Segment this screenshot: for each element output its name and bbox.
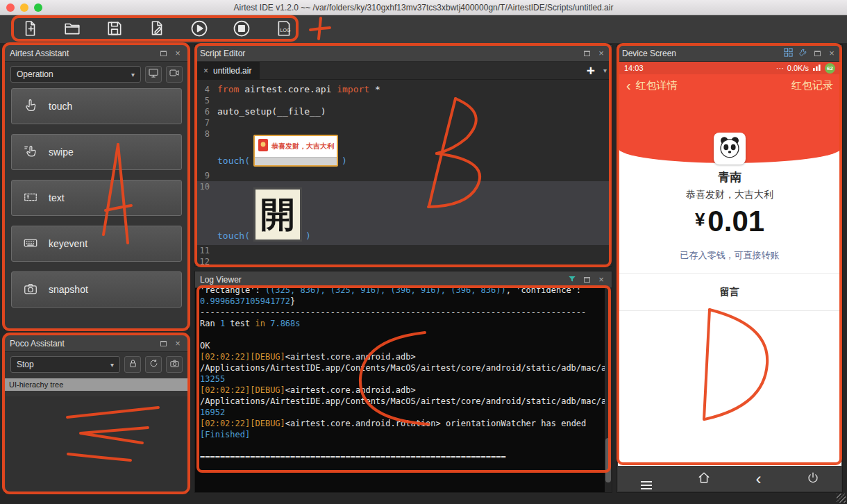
view-log-button[interactable]: LOG bbox=[272, 17, 296, 41]
tab-close-icon[interactable]: × bbox=[203, 66, 208, 76]
home-button[interactable] bbox=[697, 471, 711, 487]
poco-assistant-header: Poco Assistant × bbox=[5, 335, 188, 352]
log-scrollbar[interactable] bbox=[605, 288, 612, 492]
minimize-window-button[interactable] bbox=[20, 3, 28, 12]
main-toolbar: LOG bbox=[0, 15, 847, 43]
close-icon[interactable]: × bbox=[826, 48, 837, 59]
code-line-touch-open: 10 touch( 開 ) bbox=[195, 181, 612, 245]
template-image-envelope[interactable]: 恭喜发财，大吉大利 bbox=[253, 135, 338, 167]
status-time: 14:03 bbox=[624, 64, 644, 72]
device-status-bar: 14:03 ··· 0.0K/s 62 bbox=[618, 62, 841, 74]
currency-symbol: ¥ bbox=[695, 209, 705, 230]
float-panel-icon[interactable] bbox=[158, 48, 169, 59]
close-window-button[interactable] bbox=[6, 3, 15, 12]
envelope-greeting: 恭喜发财，大吉大利 bbox=[618, 189, 841, 201]
play-icon bbox=[190, 19, 209, 40]
stop-script-button[interactable] bbox=[230, 17, 253, 41]
display-mapping-button[interactable] bbox=[782, 48, 794, 59]
chevron-down-icon[interactable]: ▾ bbox=[603, 67, 612, 74]
text-button[interactable]: text bbox=[11, 180, 182, 216]
hamburger-icon bbox=[641, 481, 652, 482]
power-button[interactable] bbox=[807, 471, 819, 487]
float-panel-icon[interactable] bbox=[581, 48, 592, 59]
poco-mode-select[interactable]: Stop ▾ bbox=[10, 356, 120, 373]
save-script-button[interactable] bbox=[103, 17, 126, 41]
code-line-touch-envelope: 8 touch( 恭喜发财，大吉大利 ) bbox=[195, 128, 612, 170]
open-folder-icon bbox=[63, 19, 81, 40]
log-viewer-panel: Log Viewer × 'rectangle': ((325, 836), (… bbox=[194, 271, 612, 493]
run-script-button[interactable] bbox=[187, 17, 211, 41]
code-line: 11 bbox=[195, 245, 612, 256]
touch-button[interactable]: touch bbox=[11, 88, 182, 124]
ui-hierarchy-tree-body[interactable] bbox=[6, 396, 187, 492]
envelope-records-link[interactable]: 红包记录 bbox=[791, 79, 833, 92]
poco-snapshot-button[interactable] bbox=[166, 356, 183, 373]
close-icon[interactable]: × bbox=[596, 48, 607, 59]
new-script-button[interactable] bbox=[18, 17, 42, 41]
close-icon[interactable]: × bbox=[172, 48, 183, 59]
ellipsis-icon: ··· bbox=[776, 64, 784, 72]
log-output: 'rectangle': ((325, 836), (325, 916), (3… bbox=[195, 288, 605, 492]
open-script-button[interactable] bbox=[60, 17, 84, 41]
wrench-icon bbox=[798, 47, 808, 59]
sender-avatar bbox=[714, 133, 746, 165]
back-button[interactable]: ‹ bbox=[756, 471, 762, 487]
poco-assistant-title: Poco Assistant bbox=[10, 339, 154, 348]
close-icon[interactable]: × bbox=[596, 274, 607, 285]
save-icon bbox=[106, 19, 124, 40]
device-screen-title: Device Screen bbox=[622, 49, 779, 58]
scrollbar-thumb[interactable] bbox=[605, 438, 611, 482]
new-tab-button[interactable]: + bbox=[578, 63, 603, 78]
ui-hierarchy-tree-header: UI-hierachy tree bbox=[5, 378, 188, 391]
resize-grip[interactable] bbox=[837, 494, 846, 503]
operation-mode-select[interactable]: Operation ▾ bbox=[10, 66, 141, 83]
text-input-icon bbox=[23, 190, 38, 207]
back-chevron-icon[interactable]: ‹ bbox=[626, 78, 631, 92]
refresh-button[interactable] bbox=[145, 356, 162, 373]
swipe-button[interactable]: swipe bbox=[11, 134, 182, 170]
device-nav-bar: ‹ bbox=[618, 467, 841, 491]
stop-icon bbox=[232, 19, 251, 40]
code-line: 7 bbox=[195, 117, 612, 128]
code-editor[interactable]: 4 from airtest.core.api import * 5 6 aut… bbox=[195, 80, 612, 266]
camera-icon bbox=[169, 358, 180, 371]
touch-hand-icon bbox=[23, 98, 38, 115]
device-tools-button[interactable] bbox=[797, 48, 808, 59]
lock-button[interactable] bbox=[124, 356, 141, 373]
record-icon bbox=[169, 67, 180, 81]
float-panel-icon[interactable] bbox=[158, 338, 169, 349]
log-filter-button[interactable] bbox=[567, 274, 578, 285]
log-file-icon: LOG bbox=[275, 19, 293, 40]
save-as-icon bbox=[148, 19, 166, 40]
script-editor-panel: Script Editor × × untitled.air + ▾ 4 fro… bbox=[194, 44, 612, 267]
float-panel-icon[interactable] bbox=[581, 274, 592, 285]
device-viewport[interactable]: 14:03 ··· 0.0K/s 62 ‹ 红包详情 红包记录 青南 恭喜发财，… bbox=[618, 62, 841, 466]
open-glyph: 開 bbox=[260, 197, 295, 232]
panda-avatar-icon bbox=[716, 134, 743, 163]
script-editor-title: Script Editor bbox=[200, 49, 578, 58]
titlebar: Airtest IDE v1.2.0 ~~ /var/folders/ky/31… bbox=[0, 0, 847, 15]
menu-button[interactable] bbox=[641, 473, 652, 485]
tab-untitled-air[interactable]: × untitled.air bbox=[195, 62, 260, 80]
keyboard-icon bbox=[23, 235, 38, 253]
lock-icon bbox=[128, 358, 138, 371]
message-section-label: 留言 bbox=[618, 273, 841, 311]
keyevent-button[interactable]: keyevent bbox=[11, 226, 182, 262]
swipe-hand-icon bbox=[23, 144, 38, 161]
float-panel-icon[interactable] bbox=[812, 48, 823, 59]
camera-icon bbox=[23, 281, 38, 299]
sender-name: 青南 bbox=[618, 169, 841, 185]
save-as-button[interactable] bbox=[145, 17, 169, 41]
red-envelope-icon bbox=[258, 139, 268, 154]
record-button[interactable] bbox=[166, 66, 183, 83]
envelope-detail-title: 红包详情 bbox=[636, 79, 678, 92]
zoom-window-button[interactable] bbox=[34, 3, 42, 12]
log-viewer-header: Log Viewer × bbox=[195, 271, 612, 288]
insert-screenshot-button[interactable] bbox=[145, 66, 162, 83]
screenshot-insert-icon bbox=[148, 67, 159, 81]
template-image-open-button[interactable]: 開 bbox=[253, 187, 302, 242]
deposit-note-link[interactable]: 已存入零钱，可直接转账 bbox=[618, 249, 841, 262]
close-icon[interactable]: × bbox=[172, 338, 183, 349]
snapshot-button[interactable]: snapshot bbox=[11, 271, 182, 308]
new-file-icon bbox=[21, 19, 39, 40]
